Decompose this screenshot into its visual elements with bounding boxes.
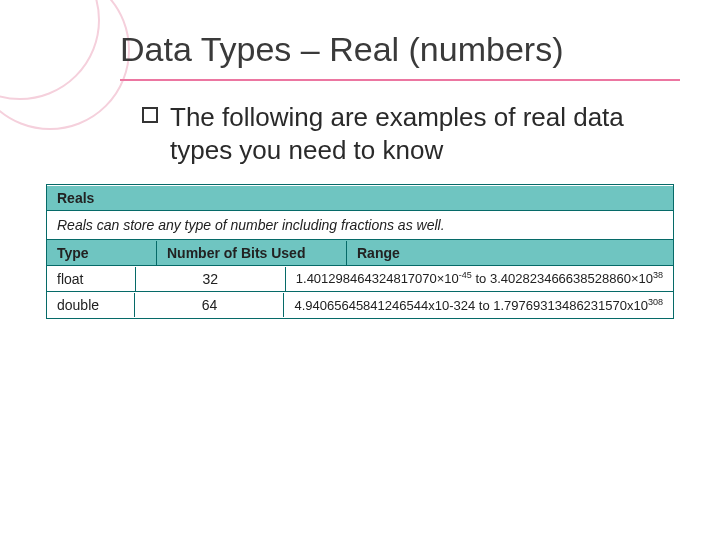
col-header-range: Range: [347, 241, 673, 265]
range-high-base: 1.79769313486231570x10: [493, 298, 648, 313]
table-row: float 32 1.401298464324817070×10-45 to 3…: [47, 266, 673, 292]
range-low-base: 4.94065645841246544x10-324: [294, 298, 475, 313]
cell-bits: 64: [135, 293, 284, 317]
range-sep: to: [472, 272, 490, 287]
cell-range: 1.401298464324817070×10-45 to 3.40282346…: [286, 266, 673, 290]
range-high-exp: 38: [653, 270, 663, 280]
bullet-square-icon: [142, 107, 158, 123]
table-section-row: Reals: [47, 185, 673, 211]
table-header-row: Type Number of Bits Used Range: [47, 240, 673, 266]
col-header-bits: Number of Bits Used: [157, 241, 347, 265]
table-section-head: Reals: [47, 186, 673, 211]
col-header-type: Type: [47, 241, 157, 265]
page-title: Data Types – Real (numbers): [120, 30, 680, 69]
range-high-exp: 308: [648, 297, 663, 307]
table-note-row: Reals can store any type of number inclu…: [47, 211, 673, 240]
title-underline: [120, 79, 680, 81]
table-note: Reals can store any type of number inclu…: [47, 211, 673, 240]
body-text-content: The following are examples of real data …: [170, 102, 624, 165]
body-text: The following are examples of real data …: [170, 101, 640, 166]
cell-type: float: [47, 267, 136, 291]
cell-type: double: [47, 293, 135, 317]
range-high-base: 3.402823466638528860×10: [490, 272, 653, 287]
cell-range: 4.94065645841246544x10-324 to 1.79769313…: [284, 293, 673, 317]
reals-table: Reals Reals can store any type of number…: [46, 184, 674, 319]
range-sep: to: [475, 298, 493, 313]
cell-bits: 32: [136, 267, 286, 291]
range-low-base: 1.401298464324817070×10: [296, 272, 459, 287]
range-low-exp: -45: [459, 270, 472, 280]
table-row: double 64 4.94065645841246544x10-324 to …: [47, 292, 673, 318]
slide: Data Types – Real (numbers) The followin…: [0, 0, 720, 319]
